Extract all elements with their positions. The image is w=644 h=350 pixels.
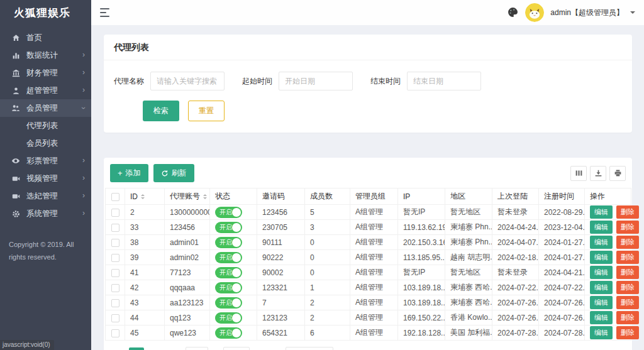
username[interactable]: admin【超级管理员】 <box>550 8 624 18</box>
edit-button[interactable]: 编辑 <box>590 251 613 264</box>
cell-invite-code: 90111 <box>257 235 305 250</box>
status-toggle[interactable]: 开启 <box>215 282 242 293</box>
cell-id: 45 <box>125 325 165 341</box>
row-checkbox[interactable] <box>111 299 119 307</box>
reset-button[interactable]: 重置 <box>188 101 225 121</box>
sidebar-item-3[interactable]: 超管管理› <box>0 82 91 99</box>
agent-name-input[interactable] <box>150 72 225 90</box>
next-page-button[interactable]: › <box>148 347 163 350</box>
edit-button[interactable]: 编辑 <box>590 311 613 324</box>
filter-field-start: 起始时间 <box>242 72 353 90</box>
status-toggle[interactable]: 开启 <box>215 237 242 248</box>
sidebar-item-6[interactable]: 视频管理› <box>0 170 91 187</box>
user-menu-caret-icon[interactable] <box>630 11 635 16</box>
row-checkbox[interactable] <box>111 314 119 322</box>
sidebar-item-8[interactable]: 系统管理› <box>0 205 91 222</box>
sidebar-item-label: 选妃管理 <box>26 191 82 202</box>
delete-button[interactable]: 删除 <box>616 311 639 324</box>
row-checkbox[interactable] <box>111 254 119 262</box>
cell-ip: 202.150.3.163 <box>398 235 445 250</box>
delete-button[interactable]: 删除 <box>616 251 639 264</box>
cell-id: 38 <box>125 235 165 250</box>
column-header: 注册时间 <box>539 189 585 205</box>
row-checkbox[interactable] <box>111 284 119 292</box>
sidebar-subitem-4-0[interactable]: 代理列表 <box>0 117 91 134</box>
status-toggle[interactable]: 开启 <box>215 267 242 278</box>
delete-button[interactable]: 删除 <box>616 236 639 249</box>
status-toggle[interactable]: 开启 <box>215 207 242 218</box>
user-avatar[interactable] <box>525 3 544 22</box>
edit-button[interactable]: 编辑 <box>590 236 613 249</box>
select-all-checkbox[interactable] <box>111 193 119 201</box>
status-toggle[interactable]: 开启 <box>215 222 242 233</box>
search-button[interactable]: 检索 <box>143 101 179 121</box>
edit-button[interactable]: 编辑 <box>590 221 613 234</box>
status-toggle[interactable]: 开启 <box>215 312 242 324</box>
status-toggle[interactable]: 开启 <box>215 252 242 263</box>
status-toggle[interactable]: 开启 <box>215 327 242 339</box>
theme-palette-icon[interactable] <box>508 7 519 18</box>
sort-icon[interactable] <box>203 194 207 199</box>
menu-toggle-icon[interactable] <box>100 8 111 17</box>
row-checkbox[interactable] <box>111 329 119 337</box>
export-icon[interactable] <box>590 166 606 181</box>
start-date-input[interactable] <box>279 72 353 90</box>
edit-button[interactable]: 编辑 <box>590 296 613 309</box>
sidebar-item-1[interactable]: 数据统计› <box>0 46 91 64</box>
delete-button[interactable]: 删除 <box>616 221 639 234</box>
row-checkbox[interactable] <box>111 269 119 277</box>
filter-form: 代理名称 起始时间 结束时间 <box>104 60 632 90</box>
page-size-select[interactable]: 10 条/页 <box>286 347 333 350</box>
cell-account: qqqaaa <box>165 280 210 295</box>
goto-confirm-button[interactable]: 确定 <box>223 347 250 350</box>
edit-button[interactable]: 编辑 <box>590 281 613 294</box>
filter-columns-icon[interactable] <box>570 166 587 181</box>
sidebar-item-4[interactable]: 会员管理› <box>0 99 91 117</box>
chart-icon <box>11 51 20 60</box>
delete-button[interactable]: 删除 <box>616 326 639 339</box>
column-header[interactable]: 代理账号 <box>165 189 210 205</box>
delete-button[interactable]: 删除 <box>616 296 639 309</box>
sort-icon[interactable] <box>141 194 145 199</box>
print-icon[interactable] <box>609 166 626 181</box>
cell-invite-code: 123321 <box>257 280 305 295</box>
sidebar-subitem-label: 会员列表 <box>26 138 85 149</box>
sidebar-subitem-label: 代理列表 <box>26 121 85 131</box>
goto-page-input[interactable] <box>186 347 208 350</box>
cell-status: 开启 <box>210 220 257 235</box>
end-date-input[interactable] <box>407 72 481 90</box>
row-checkbox[interactable] <box>111 239 119 247</box>
page-1-button[interactable]: 1 <box>129 347 144 350</box>
delete-button[interactable]: 删除 <box>616 266 639 279</box>
add-button[interactable]: + 添加 <box>110 164 148 182</box>
row-checkbox[interactable] <box>111 209 119 217</box>
cell-ip: 192.18.128.... <box>398 325 445 341</box>
chevron-down-icon: › <box>80 107 87 109</box>
cell-register-time: 2024-04-21... <box>539 265 585 280</box>
delete-button[interactable]: 删除 <box>616 205 639 219</box>
prev-page-button[interactable]: ‹ <box>110 347 125 350</box>
cell-last-login: 2024-07-22... <box>492 280 539 295</box>
cell-status: 开启 <box>210 235 257 250</box>
status-toggle[interactable]: 开启 <box>215 297 242 309</box>
delete-button[interactable]: 删除 <box>616 281 639 294</box>
filter-field-end: 结束时间 <box>370 72 481 90</box>
row-checkbox[interactable] <box>111 224 119 232</box>
sidebar-subitem-4-1[interactable]: 会员列表 <box>0 134 91 152</box>
column-header: 成员数 <box>305 189 350 205</box>
cell-invite-code: 90002 <box>257 265 305 280</box>
edit-button[interactable]: 编辑 <box>590 205 613 219</box>
column-header[interactable]: ID <box>125 189 165 205</box>
chevron-right-icon: › <box>82 51 85 58</box>
status-toggle-label: 开启 <box>219 329 232 337</box>
sidebar-item-7[interactable]: 选妃管理› <box>0 187 91 205</box>
edit-button[interactable]: 编辑 <box>590 326 613 339</box>
refresh-button[interactable]: 刷新 <box>153 164 194 182</box>
cell-region: 暂无地区 <box>445 265 492 280</box>
sidebar-item-5[interactable]: 彩票管理› <box>0 152 91 170</box>
sidebar-item-2[interactable]: 财务管理› <box>0 64 91 82</box>
cell-region: 暂无地区 <box>445 205 492 220</box>
sidebar-item-0[interactable]: 首页 <box>0 29 91 46</box>
cell-ip: 暂无IP <box>398 265 445 280</box>
edit-button[interactable]: 编辑 <box>590 266 613 279</box>
